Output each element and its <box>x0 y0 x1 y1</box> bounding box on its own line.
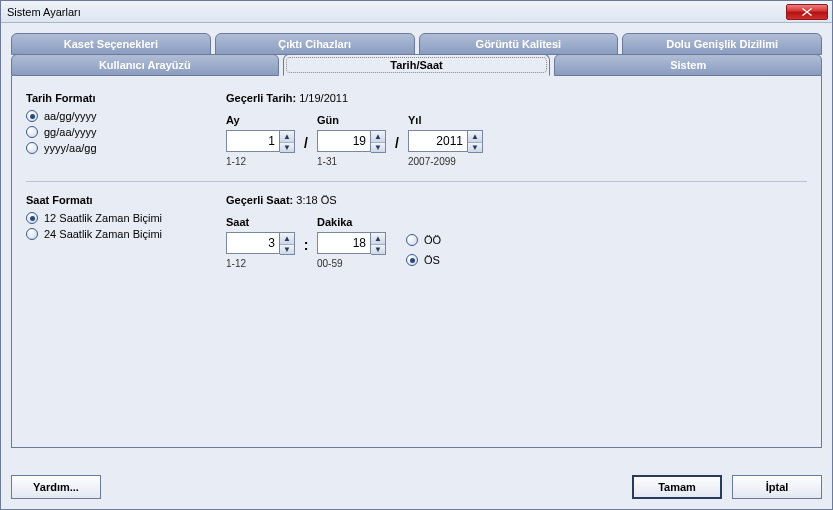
ok-button[interactable]: Tamam <box>632 475 722 499</box>
time-format-title: Saat Formatı <box>26 194 226 206</box>
tab-row-2: Kullanıcı Arayüzü Tarih/Saat Sistem <box>11 54 822 76</box>
spin-down-icon[interactable]: ▼ <box>371 142 385 153</box>
divider <box>26 181 807 182</box>
date-fields: Ay 1 ▲ ▼ 1-12 / Gü <box>226 114 807 167</box>
settings-window: Sistem Ayarları Kaset Seçenekleri Çıktı … <box>0 0 833 510</box>
tab-panel: Tarih Formatı aa/gg/yyyy gg/aa/yyyy yyyy… <box>11 76 822 448</box>
day-label: Gün <box>317 114 386 126</box>
tab-label: Tarih/Saat <box>390 59 442 71</box>
window-title: Sistem Ayarları <box>7 6 786 18</box>
radio-icon <box>406 234 418 246</box>
radio-icon <box>26 228 38 240</box>
close-button[interactable] <box>786 4 828 20</box>
hour-spinner: ▲ ▼ <box>280 232 295 255</box>
radio-label: ÖÖ <box>424 234 441 246</box>
month-spinner: ▲ ▼ <box>280 130 295 153</box>
hour-field-group: Saat 3 ▲ ▼ 1-12 <box>226 216 295 269</box>
spin-down-icon[interactable]: ▼ <box>280 244 294 255</box>
footer: Yardım... Tamam İptal <box>11 475 822 499</box>
tab-cikti-cihazlari[interactable]: Çıktı Cihazları <box>215 33 415 55</box>
time-section: Saat Formatı 12 Saatlik Zaman Biçimi 24 … <box>26 194 807 270</box>
hour-label: Saat <box>226 216 295 228</box>
day-field-group: Gün 19 ▲ ▼ 1-31 <box>317 114 386 167</box>
radio-date-mmddyyyy[interactable]: aa/gg/yyyy <box>26 110 226 122</box>
minute-label: Dakika <box>317 216 386 228</box>
tab-goruntu-kalitesi[interactable]: Görüntü Kalitesi <box>419 33 619 55</box>
current-date-value: 1/19/2011 <box>299 92 348 104</box>
close-icon <box>802 8 812 16</box>
radio-pm[interactable]: ÖS <box>406 254 441 266</box>
year-label: Yıl <box>408 114 483 126</box>
month-field-group: Ay 1 ▲ ▼ 1-12 <box>226 114 295 167</box>
spin-up-icon[interactable]: ▲ <box>280 131 294 142</box>
minute-spinner: ▲ ▼ <box>371 232 386 255</box>
tab-label: Çıktı Cihazları <box>278 38 351 50</box>
ampm-group: ÖÖ ÖS <box>406 216 441 270</box>
radio-date-yyyymmdd[interactable]: yyyy/aa/gg <box>26 142 226 154</box>
tab-dolu-genislik[interactable]: Dolu Genişlik Dizilimi <box>622 33 822 55</box>
day-input[interactable]: 19 <box>317 130 371 152</box>
month-hint: 1-12 <box>226 156 295 167</box>
help-button[interactable]: Yardım... <box>11 475 101 499</box>
radio-label: yyyy/aa/gg <box>44 142 97 154</box>
tab-kaset-secenekleri[interactable]: Kaset Seçenekleri <box>11 33 211 55</box>
current-time-value: 3:18 ÖS <box>296 194 336 206</box>
current-time: Geçerli Saat: 3:18 ÖS <box>226 194 807 206</box>
hour-hint: 1-12 <box>226 258 295 269</box>
cancel-button[interactable]: İptal <box>732 475 822 499</box>
titlebar: Sistem Ayarları <box>1 1 832 23</box>
day-spinner: ▲ ▼ <box>371 130 386 153</box>
date-format-title: Tarih Formatı <box>26 92 226 104</box>
spin-down-icon[interactable]: ▼ <box>280 142 294 153</box>
spin-down-icon[interactable]: ▼ <box>371 244 385 255</box>
tab-label: Dolu Genişlik Dizilimi <box>666 38 778 50</box>
minute-input[interactable]: 18 <box>317 232 371 254</box>
radio-date-ddmmyyyy[interactable]: gg/aa/yyyy <box>26 126 226 138</box>
minute-field-group: Dakika 18 ▲ ▼ 00-59 <box>317 216 386 269</box>
radio-icon <box>26 110 38 122</box>
radio-icon <box>26 142 38 154</box>
month-input[interactable]: 1 <box>226 130 280 152</box>
tab-tarih-saat[interactable]: Tarih/Saat <box>283 54 551 76</box>
month-label: Ay <box>226 114 295 126</box>
button-label: Tamam <box>658 481 696 493</box>
radio-label: aa/gg/yyyy <box>44 110 97 122</box>
current-date-label: Geçerli Tarih: <box>226 92 296 104</box>
tab-sistem[interactable]: Sistem <box>554 54 822 76</box>
day-hint: 1-31 <box>317 156 386 167</box>
tab-kullanici-arayuzu[interactable]: Kullanıcı Arayüzü <box>11 54 279 76</box>
tab-label: Kaset Seçenekleri <box>64 38 158 50</box>
spin-down-icon[interactable]: ▼ <box>468 142 482 153</box>
year-input[interactable]: 2011 <box>408 130 468 152</box>
radio-time-12h[interactable]: 12 Saatlik Zaman Biçimi <box>26 212 226 224</box>
radio-label: gg/aa/yyyy <box>44 126 97 138</box>
year-field-group: Yıl 2011 ▲ ▼ 2007-2099 <box>408 114 483 167</box>
year-spinner: ▲ ▼ <box>468 130 483 153</box>
current-time-label: Geçerli Saat: <box>226 194 293 206</box>
date-separator: / <box>301 114 311 154</box>
content-area: Kaset Seçenekleri Çıktı Cihazları Görünt… <box>1 23 832 448</box>
spin-up-icon[interactable]: ▲ <box>280 233 294 244</box>
date-section: Tarih Formatı aa/gg/yyyy gg/aa/yyyy yyyy… <box>26 92 807 167</box>
hour-input[interactable]: 3 <box>226 232 280 254</box>
spin-up-icon[interactable]: ▲ <box>371 233 385 244</box>
radio-icon <box>26 126 38 138</box>
tab-row-1: Kaset Seçenekleri Çıktı Cihazları Görünt… <box>11 33 822 55</box>
time-separator: : <box>301 216 311 256</box>
spin-up-icon[interactable]: ▲ <box>371 131 385 142</box>
date-separator: / <box>392 114 402 154</box>
radio-am[interactable]: ÖÖ <box>406 234 441 246</box>
radio-label: 12 Saatlik Zaman Biçimi <box>44 212 162 224</box>
minute-hint: 00-59 <box>317 258 386 269</box>
spin-up-icon[interactable]: ▲ <box>468 131 482 142</box>
tab-label: Sistem <box>670 59 706 71</box>
tab-label: Kullanıcı Arayüzü <box>99 59 191 71</box>
radio-label: ÖS <box>424 254 440 266</box>
radio-icon <box>26 212 38 224</box>
radio-icon <box>406 254 418 266</box>
tab-label: Görüntü Kalitesi <box>476 38 562 50</box>
radio-time-24h[interactable]: 24 Saatlik Zaman Biçimi <box>26 228 226 240</box>
year-hint: 2007-2099 <box>408 156 483 167</box>
button-label: Yardım... <box>33 481 79 493</box>
radio-label: 24 Saatlik Zaman Biçimi <box>44 228 162 240</box>
